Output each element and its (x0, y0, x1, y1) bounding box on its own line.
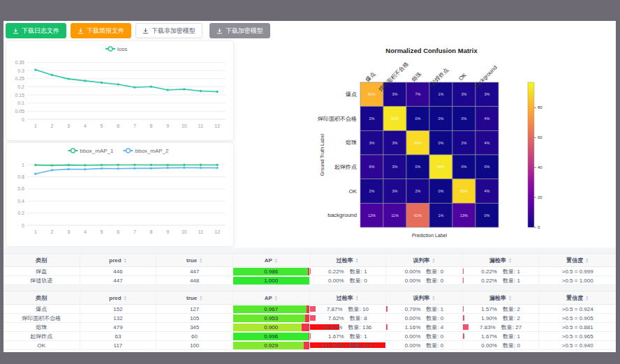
col-header-miss[interactable]: 漏检率▲▼ (463, 254, 540, 266)
col-header-ap[interactable]: AP▲▼ (233, 291, 310, 304)
table-row: 熔珠4793450.90039.42%数量: 1361.16%数量: 47.83… (3, 323, 616, 332)
sort-icon[interactable]: ▲▼ (431, 257, 435, 263)
rate-values: 0.22%数量: 1 (328, 268, 367, 275)
download-plain-model-button[interactable]: 下载非加密模型 (135, 23, 202, 38)
loss-line-chart: loss00.050.10.150.20.250.30.351234567891… (6, 41, 232, 139)
sort-icon[interactable]: ▲▼ (508, 295, 512, 301)
col-header-pred[interactable]: pred▲▼ (80, 291, 157, 304)
rate-percent: 1.67% (328, 333, 344, 340)
data-point (84, 79, 86, 82)
rate-values: 1.16%数量: 4 (405, 324, 444, 331)
rate-values: 1.67%数量: 1 (328, 333, 367, 340)
col-header-ap[interactable]: AP▲▼ (233, 254, 310, 266)
sort-icon[interactable]: ▲▼ (585, 295, 589, 301)
sort-icon[interactable]: ▲▼ (124, 257, 127, 263)
sort-icon[interactable]: ▲▼ (124, 295, 127, 301)
data-point (117, 167, 119, 169)
matrix-row-label: 焊印面积不合格 (317, 116, 357, 122)
matrix-cell-value: 4% (485, 189, 490, 193)
dashboard-page: 下载日志文件 下载简报文件 下载非加密模型 下载加密模型 loss00.050.… (3, 21, 616, 352)
x-tick-label: 6 (117, 123, 119, 128)
sort-icon[interactable]: ▲▼ (431, 295, 435, 301)
ap-value: 0.986 (233, 268, 309, 275)
misjudge-rate-cell: 0.00%数量: 0 (386, 341, 463, 350)
sort-icon[interactable]: ▲▼ (199, 257, 202, 263)
sort-icon[interactable]: ▲▼ (274, 295, 278, 301)
rate-count: 数量: 8 (350, 314, 367, 322)
x-tick-label: 10 (182, 229, 187, 234)
col-header-misjudge[interactable]: 误判率▲▼ (386, 291, 463, 304)
data-point (101, 82, 103, 84)
ap-bar-cell: 0.900 (233, 323, 310, 332)
sort-icon[interactable]: ▲▼ (199, 295, 202, 301)
col-header-label: pred (109, 257, 121, 264)
rate-percent: 0.22% (481, 268, 497, 275)
col-header-misjudge[interactable]: 误判率▲▼ (386, 254, 463, 266)
x-tick-label: 9 (166, 123, 169, 128)
rate-values: 0.22%数量: 1 (481, 268, 520, 275)
col-header-label: 置信度 (566, 294, 583, 302)
table-header-row: 类别pred▲▼true▲▼AP▲▼过检率▲▼误判率▲▼漏检率▲▼置信度▲▼ (3, 291, 616, 305)
cell-class-name: 焊缝轨迹 (3, 276, 80, 285)
colorbar (528, 82, 534, 227)
legend-item-bbox_mAP_2[interactable]: bbox_mAP_2 (124, 148, 170, 154)
col-header-miss[interactable]: 漏检率▲▼ (463, 291, 540, 304)
matrix-cell-value: 90% (414, 141, 422, 145)
summary-table-1: 类别pred▲▼true▲▼AP▲▼过检率▲▼误判率▲▼漏检率▲▼置信度▲▼焊盘… (3, 253, 616, 285)
rate-percent: 7.83% (480, 324, 496, 331)
misjudge-rate-cell: 0.00%数量: 0 (386, 314, 463, 323)
colorbar-tick-label: 40 (538, 165, 542, 169)
data-point (133, 86, 135, 89)
sort-icon[interactable]: ▲▼ (274, 257, 278, 263)
matrix-cell-value: 2% (462, 141, 467, 145)
download-report-button[interactable]: 下载简报文件 (71, 23, 131, 38)
legend-item-bbox_mAP_1[interactable]: bbox_mAP_1 (68, 148, 115, 154)
sort-icon[interactable]: ▲▼ (355, 295, 359, 301)
col-header-true[interactable]: true▲▼ (156, 291, 233, 304)
button-label: 下载简报文件 (87, 26, 124, 36)
col-header-confidence[interactable]: 置信度▲▼ (539, 254, 616, 266)
summary-table-2: 类别pred▲▼true▲▼AP▲▼过检率▲▼误判率▲▼漏检率▲▼置信度▲▼爆点… (3, 291, 616, 350)
col-header-label: 过检率 (337, 294, 353, 302)
download-encrypted-model-button[interactable]: 下载加密模型 (209, 23, 270, 38)
rate-percent: 39.42% (323, 324, 342, 331)
matrix-y-axis-title: Ground Truth Label (320, 133, 325, 176)
rate-percent: 0.00% (405, 342, 421, 349)
col-header-pred[interactable]: pred▲▼ (80, 254, 157, 266)
col-header-overkill[interactable]: 过检率▲▼ (310, 291, 387, 304)
download-log-button[interactable]: 下载日志文件 (6, 23, 66, 38)
matrix-cell-value: 3% (462, 92, 467, 96)
rate-percent: 0.00% (405, 315, 421, 321)
cell-class-name: 爆点 (3, 305, 80, 314)
rate-percent: 7.87% (327, 306, 343, 312)
y-tick-label: 0.05 (15, 109, 24, 114)
legend-item-loss[interactable]: loss (105, 46, 127, 52)
rate-bar (463, 278, 464, 283)
rate-percent: 0.00% (405, 278, 421, 284)
rate-percent: 0.00% (481, 342, 497, 349)
sort-icon[interactable]: ▲▼ (508, 257, 512, 263)
col-header-overkill[interactable]: 过检率▲▼ (310, 254, 387, 266)
matrix-col-label: 爆点 (364, 70, 377, 83)
x-tick-label: 11 (198, 229, 203, 234)
matrix-cell-value: 0% (462, 165, 467, 169)
matrix-cell-value: 4% (485, 141, 490, 145)
rate-values: 0.00%数量: 0 (405, 333, 444, 340)
overkill-rate-cell: 1.67%数量: 1 (310, 332, 387, 341)
rate-percent: 7.62% (328, 315, 344, 321)
rate-count: 数量: 10 (348, 305, 368, 313)
sort-icon[interactable]: ▲▼ (585, 257, 589, 263)
data-point (200, 167, 202, 169)
overkill-rate-cell: 7.62%数量: 8 (310, 314, 387, 323)
ap-value: 1.000 (233, 277, 309, 285)
data-point (117, 164, 119, 166)
col-header-true[interactable]: true▲▼ (156, 254, 233, 266)
ap-bar-track: 0.996 (233, 333, 309, 340)
cell-class-name: 焊印面积不合格 (3, 314, 80, 323)
sort-icon[interactable]: ▲▼ (355, 257, 359, 263)
rate-count: 数量: 1 (503, 268, 520, 275)
miss-rate-cell: 7.83%数量: 27 (463, 323, 540, 332)
y-tick-label: 0.35 (15, 60, 24, 65)
misjudge-rate-cell: 0.79%数量: 1 (386, 305, 463, 314)
col-header-confidence[interactable]: 置信度▲▼ (539, 291, 616, 304)
